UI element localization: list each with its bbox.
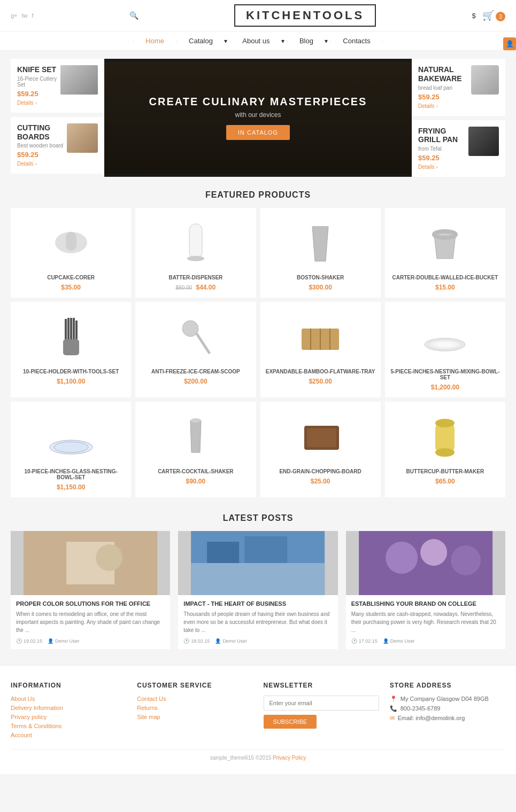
post-author-1: 👤 Demo User — [48, 638, 80, 644]
cart-icon[interactable]: 🛒 — [482, 10, 494, 21]
cart-count: 3 — [496, 12, 505, 21]
google-plus-icon[interactable]: g+ — [11, 12, 18, 19]
post-content-2: IMPACT - THE HEART OF BUSINESS Thousands… — [178, 595, 337, 649]
product-price-boston: $300.00 — [266, 284, 375, 291]
hero-card-boards: CUTTING BOARDS Best wooden board $59.25 … — [11, 117, 104, 174]
user-icon[interactable]: 👤 — [503, 37, 516, 50]
search-icon[interactable]: 🔍 — [129, 11, 138, 20]
currency: $ — [472, 12, 475, 20]
post-content-1: PROPER COLOR SOLUTIONS FOR THE OFFICE Wh… — [11, 595, 170, 649]
boards-image — [67, 123, 98, 153]
product-img-scoop — [164, 310, 228, 363]
hero-catalog-button[interactable]: IN CATALOG — [226, 125, 290, 140]
nav-home[interactable]: Home — [145, 37, 164, 45]
grill-price: $59.25 — [418, 154, 468, 162]
footer-newsletter-title: NEWSLETTER — [264, 682, 379, 689]
knife-details[interactable]: Details — [17, 100, 34, 106]
featured-title: FEATURED PRODUCTS — [0, 190, 516, 200]
hero-center-content: CREATE CULINARY MASTERPIECES with our de… — [149, 96, 367, 140]
svg-point-29 — [435, 419, 455, 427]
post-date-3: 🕑 17.02.15 — [351, 638, 378, 644]
post-img-3 — [346, 531, 505, 595]
product-price-tray: $250.00 — [266, 378, 375, 385]
product-boston-shaker: BOSTON-SHAKER $300.00 — [260, 208, 381, 298]
bakeware-image — [471, 65, 499, 95]
product-img-glass — [39, 410, 103, 463]
post-content-3: ESTABLISHING YOUR BRAND ON COLLEGE Many … — [346, 595, 505, 649]
facebook-icon[interactable]: f — [32, 12, 34, 19]
phone-icon: 📞 — [390, 705, 397, 712]
post-title-2: IMPACT - THE HEART OF BUSINESS — [183, 600, 332, 607]
footer-link-account[interactable]: Account — [11, 732, 126, 738]
svg-point-30 — [435, 448, 455, 457]
nav-contacts[interactable]: Contacts — [343, 37, 370, 45]
post-author-2: 👤 Demo User — [215, 638, 247, 644]
product-ice-bucket: CARTER-DOUBLE-WALLED-ICE-BUCKET $15.00 — [385, 208, 505, 298]
product-cocktail-shaker: CARTER-COCKTAIL-SHAKER $90.00 — [135, 402, 256, 497]
svg-line-13 — [197, 334, 209, 353]
bakeware-details[interactable]: Details — [418, 103, 435, 109]
store-phone-text: 800-2345-6789 — [401, 705, 441, 712]
boards-title: CUTTING BOARDS — [17, 123, 67, 142]
post-2: IMPACT - THE HEART OF BUSINESS Thousands… — [178, 531, 337, 649]
newsletter-email-input[interactable] — [264, 696, 379, 710]
footer-link-delivery[interactable]: Delivery Information — [11, 705, 126, 711]
product-price-chopping: $25.00 — [266, 478, 375, 485]
bakeware-title: NATURAL BAKEWARE — [418, 65, 471, 83]
product-img-batter — [164, 216, 228, 269]
twitter-icon[interactable]: tw — [22, 12, 28, 19]
nav-about[interactable]: About us — [242, 37, 269, 45]
footer-link-privacy[interactable]: Privacy policy — [11, 714, 126, 720]
bakeware-price: $59.25 — [418, 93, 471, 101]
grill-image — [468, 127, 499, 156]
posts-title: LATEST POSTS — [0, 513, 516, 523]
svg-point-33 — [96, 544, 122, 571]
footer: INFORMATION About Us Delivery Informatio… — [0, 665, 516, 774]
footer-link-about[interactable]: About Us — [11, 696, 126, 702]
boards-details[interactable]: Details — [17, 161, 34, 167]
footer-info-title: INFORMATION — [11, 682, 126, 689]
product-img-chopping — [288, 410, 352, 463]
product-name-mixing: 5-PIECE-INCHES-NESTING-MIXING-BOWL-SET — [390, 369, 500, 380]
product-bamboo-tray: EXPANDABLE-BAMBOO-FLATWARE-TRAY $250.00 — [260, 302, 381, 397]
product-img-cupcake — [39, 216, 103, 269]
post-title-1: PROPER COLOR SOLUTIONS FOR THE OFFICE — [16, 600, 165, 607]
svg-point-3 — [187, 256, 204, 261]
post-text-3: Many students are cash-strapped, nowaday… — [351, 610, 500, 634]
footer-grid: INFORMATION About Us Delivery Informatio… — [11, 682, 505, 741]
product-butter-maker: BUTTERCUP-BUTTER-MAKER $65.00 — [385, 402, 505, 497]
post-title-3: ESTABLISHING YOUR BRAND ON COLLEGE — [351, 600, 500, 607]
hero-right-cards: NATURAL BAKEWARE bread loaf pan $59.25 D… — [412, 59, 505, 177]
footer-link-contact[interactable]: Contact Us — [137, 696, 252, 702]
nav-catalog[interactable]: Catalog — [189, 37, 213, 45]
product-price-mixing: $1,200.00 — [390, 384, 500, 391]
footer-privacy-link[interactable]: Privacy Policy — [273, 755, 306, 761]
hero-sub: with our devices — [149, 111, 367, 119]
footer-link-sitemap[interactable]: Site map — [137, 714, 252, 720]
post-img-2 — [178, 531, 337, 595]
svg-point-41 — [451, 545, 481, 575]
subscribe-button[interactable]: SUBSCRIBE — [264, 715, 317, 729]
product-img-cocktail — [164, 410, 228, 463]
post-date-1: 🕑 19.02.15 — [16, 638, 42, 644]
boards-sub: Best wooden board — [17, 143, 67, 149]
nav-blog[interactable]: Blog — [299, 37, 313, 45]
post-text-1: When it comes to remodeling an office, o… — [16, 610, 165, 634]
product-name-butter: BUTTERCUP-BUTTER-MAKER — [390, 469, 500, 474]
svg-point-25 — [190, 418, 201, 423]
svg-rect-6 — [63, 339, 79, 355]
knife-sub: 16-Piece Cutlery Set — [17, 76, 60, 88]
grill-details[interactable]: Details — [418, 164, 435, 170]
grill-title: FRYING GRILL PAN — [418, 127, 468, 145]
post-meta-3: 🕑 17.02.15 👤 Demo User — [351, 638, 500, 644]
product-img-tools — [39, 310, 103, 363]
footer-link-terms[interactable]: Terms & Conditions — [11, 723, 126, 729]
svg-rect-1 — [66, 232, 76, 251]
social-links[interactable]: g+ tw f — [11, 12, 34, 19]
knife-price: $59.25 — [17, 90, 60, 98]
footer-link-returns[interactable]: Returns — [137, 705, 252, 711]
product-price-tools: $1,100.00 — [16, 378, 126, 385]
product-cupcake-corer: CUPCAKE-CORER $35.00 — [11, 208, 131, 298]
store-address-text: My Company Glasgow D04 89GB — [401, 696, 489, 702]
svg-point-39 — [386, 542, 418, 574]
